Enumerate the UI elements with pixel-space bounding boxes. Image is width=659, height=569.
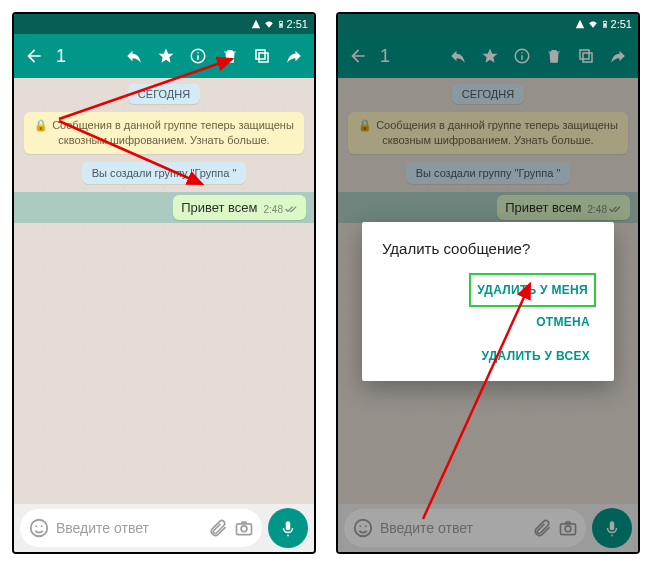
mic-icon — [279, 519, 297, 537]
svg-rect-1 — [280, 21, 281, 22]
status-bar: 2:51 — [14, 14, 314, 34]
message-time: 2:48 — [264, 204, 283, 215]
signal-icon — [575, 19, 585, 29]
star-button[interactable] — [152, 42, 180, 70]
status-time: 2:51 — [611, 18, 632, 30]
camera-icon[interactable] — [234, 518, 254, 538]
svg-rect-6 — [259, 53, 268, 62]
info-icon — [189, 47, 207, 65]
svg-point-8 — [31, 520, 48, 537]
emoji-icon[interactable] — [28, 517, 50, 539]
svg-rect-16 — [604, 21, 605, 22]
encryption-text: Сообщения в данной группе теперь защищен… — [52, 119, 294, 146]
info-button[interactable] — [184, 42, 212, 70]
system-message: Вы создали группу "Группа " — [82, 162, 247, 184]
forward-button[interactable] — [280, 42, 308, 70]
message-bubble: Привет всем 2:48 — [173, 195, 306, 220]
input-bar: Введите ответ — [14, 504, 314, 552]
copy-icon — [253, 47, 271, 65]
input-placeholder: Введите ответ — [56, 520, 202, 536]
back-button[interactable] — [20, 42, 48, 70]
svg-rect-2 — [280, 23, 282, 26]
selection-appbar: 1 — [14, 34, 314, 78]
lock-icon: 🔒 — [34, 119, 48, 131]
battery-icon — [277, 18, 285, 30]
delete-button[interactable] — [216, 42, 244, 70]
trash-icon — [221, 47, 239, 65]
reply-button[interactable] — [120, 42, 148, 70]
svg-point-12 — [241, 526, 247, 532]
svg-rect-7 — [256, 50, 265, 59]
delete-dialog: Удалить сообщение? УДАЛИТЬ У МЕНЯ ОТМЕНА… — [362, 222, 614, 381]
wifi-icon — [587, 19, 599, 29]
svg-point-10 — [41, 525, 43, 527]
delete-for-all-button[interactable]: УДАЛИТЬ У ВСЕХ — [478, 339, 594, 373]
signal-icon — [251, 19, 261, 29]
encryption-notice[interactable]: 🔒Сообщения в данной группе теперь защище… — [24, 112, 304, 154]
phone-left: 2:51 1 СЕГОДНЯ 🔒Сообщения в данной групп… — [12, 12, 316, 554]
delete-for-me-button[interactable]: УДАЛИТЬ У МЕНЯ — [471, 275, 594, 305]
status-bar: 2:51 — [338, 14, 638, 34]
chat-body: СЕГОДНЯ 🔒Сообщения в данной группе тепер… — [14, 78, 314, 504]
selection-count: 1 — [56, 46, 66, 67]
double-check-icon — [285, 204, 299, 214]
cancel-button[interactable]: ОТМЕНА — [532, 305, 594, 339]
phone-right: 2:51 1 СЕГОДНЯ 🔒Сообщения в данной групп… — [336, 12, 640, 554]
forward-icon — [285, 47, 303, 65]
svg-point-5 — [197, 52, 199, 54]
message-input[interactable]: Введите ответ — [20, 509, 262, 547]
star-icon — [157, 47, 175, 65]
battery-icon — [601, 18, 609, 30]
svg-point-9 — [35, 525, 37, 527]
svg-rect-17 — [604, 23, 606, 26]
dialog-title: Удалить сообщение? — [382, 240, 594, 257]
arrow-back-icon — [24, 46, 44, 66]
date-chip: СЕГОДНЯ — [128, 84, 200, 104]
attach-icon[interactable] — [208, 518, 228, 538]
wifi-icon — [263, 19, 275, 29]
message-row-selected[interactable]: Привет всем 2:48 — [14, 192, 314, 223]
copy-button[interactable] — [248, 42, 276, 70]
voice-button[interactable] — [268, 508, 308, 548]
reply-icon — [125, 47, 143, 65]
message-text: Привет всем — [181, 200, 257, 215]
status-time: 2:51 — [287, 18, 308, 30]
